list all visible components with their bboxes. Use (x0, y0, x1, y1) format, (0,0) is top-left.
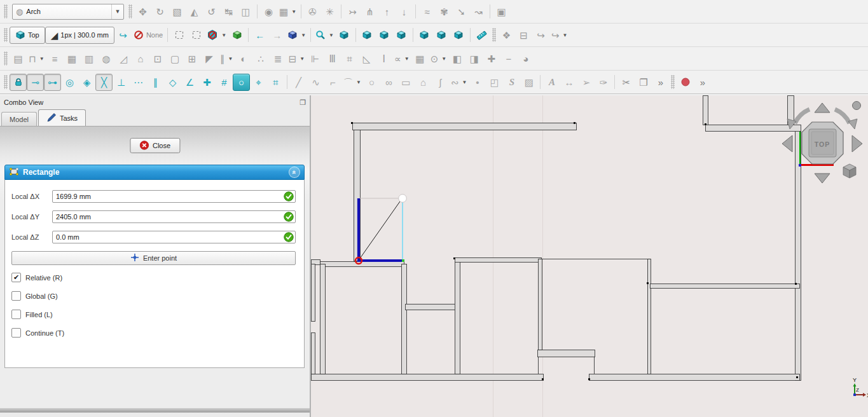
move-button[interactable]: ✥ (134, 3, 151, 20)
chevron-down-icon[interactable]: ▼ (228, 56, 233, 62)
select-visible-button[interactable] (228, 27, 245, 44)
draft-ellipse-button[interactable]: ∞ (380, 74, 397, 91)
snap-dimensions-button[interactable]: # (216, 74, 233, 91)
array-button[interactable]: ▦▼ (277, 3, 298, 20)
chevron-down-icon[interactable]: ▼ (39, 56, 45, 62)
chevron-down-icon[interactable]: ▼ (111, 4, 123, 19)
arch-section-sheet-button[interactable]: ⊡ (149, 50, 167, 67)
scale-button[interactable]: ▧ (169, 3, 186, 20)
toolbar-overflow-2-button[interactable]: » (694, 74, 711, 91)
checkbox-continue[interactable]: Continue (T) (11, 328, 296, 338)
split-button[interactable]: ⋔ (361, 3, 378, 20)
chevron-down-icon[interactable]: ▼ (329, 32, 334, 38)
toolbar-grip[interactable] (492, 28, 496, 42)
view-rear-button[interactable] (416, 27, 433, 44)
draft-fillet-button[interactable]: ⌐ (324, 74, 341, 91)
tab-tasks[interactable]: Tasks (38, 109, 86, 126)
arch-window-button[interactable]: ⊞ (184, 50, 201, 67)
local-dx-input[interactable] (52, 190, 296, 203)
arch-equipment-button[interactable]: ⊩ (307, 50, 324, 67)
chevron-down-icon[interactable]: ▼ (441, 56, 446, 62)
draft-shapestring-button[interactable]: S (503, 74, 520, 91)
snap-working-plane-button[interactable]: ○ (233, 74, 250, 91)
arch-stairs-button[interactable]: ≣ (270, 50, 287, 67)
toolbar-grip[interactable] (4, 75, 8, 89)
folder-button[interactable]: ⊟ (515, 27, 532, 44)
snap-midpoint-button[interactable]: ⊶ (44, 74, 61, 91)
stretch-button[interactable]: ◫ (237, 3, 254, 20)
autogroup-button[interactable]: ↪ (114, 27, 132, 44)
wire-to-bspline-button[interactable]: ≈ (418, 3, 436, 20)
cut-button[interactable]: ✂ (617, 74, 635, 91)
toolbar-grip[interactable] (4, 4, 8, 18)
collapse-chevron-icon[interactable]: « (289, 167, 300, 178)
draft-line-button[interactable]: ╱ (290, 74, 307, 91)
macro-record-button[interactable] (677, 74, 694, 91)
link-navigate-button[interactable]: ▼ (286, 27, 308, 44)
view-right-button[interactable] (393, 27, 410, 44)
draft-point-button[interactable]: • (469, 74, 486, 91)
snap-perpendicular-button[interactable]: ⊥ (113, 74, 130, 91)
arch-building-element-button[interactable]: ▥ (81, 50, 98, 67)
arch-dome-button[interactable]: ◍ (98, 50, 115, 67)
upgrade-button[interactable]: ↑ (378, 3, 396, 20)
mirror-button[interactable]: ◭ (186, 3, 203, 20)
global-checkbox[interactable] (11, 291, 21, 301)
chevron-down-icon[interactable]: ▼ (300, 56, 305, 62)
workbench-selector[interactable]: ◍Arch▼ (12, 4, 124, 20)
rotate-button[interactable]: ↻ (151, 3, 169, 20)
offset-button[interactable]: ↺ (203, 3, 220, 20)
arch-frame-button[interactable]: Ⅲ (324, 50, 341, 67)
continue-checkbox[interactable] (11, 328, 21, 338)
chevron-down-icon[interactable]: ▼ (291, 9, 296, 15)
view-left-button[interactable] (450, 27, 467, 44)
arch-fence-button[interactable]: ⌗ (341, 50, 358, 67)
box-selection-button[interactable] (170, 27, 188, 44)
snap-lock-button[interactable] (10, 74, 27, 91)
draft-bspline-button[interactable]: ʃ (432, 74, 449, 91)
draft-bezier-button[interactable]: ∾▼ (449, 74, 469, 91)
view-front-button[interactable] (359, 27, 376, 44)
draft-label-button[interactable]: ➢ (577, 74, 595, 91)
toolbar-overflow-button[interactable]: » (652, 74, 669, 91)
annotation-styles-button[interactable]: ✑ (595, 74, 612, 91)
local-dy-input[interactable] (52, 210, 296, 223)
arch-pipes-button[interactable]: ∥▼ (218, 50, 235, 67)
arch-shelter-button[interactable]: ◤ (201, 50, 218, 67)
working-plane-top-button[interactable]: Top (10, 27, 45, 44)
tab-model[interactable]: Model (1, 112, 37, 126)
copy-button[interactable]: ❐ (635, 74, 652, 91)
downgrade-button[interactable]: ↓ (396, 3, 413, 20)
arch-pipe-button[interactable]: ⊙▼ (429, 50, 449, 67)
snap-ortho-button[interactable]: ✚ (198, 74, 216, 91)
arch-curtain-wall-button[interactable]: ▦ (64, 50, 81, 67)
shape-2d-view-button[interactable]: ✾ (436, 3, 453, 20)
fit-all-button[interactable] (336, 27, 353, 44)
checkbox-filled[interactable]: Filled (L) (11, 310, 296, 319)
slope-button[interactable]: ➘ (453, 3, 470, 20)
task-section-header[interactable]: Rectangle « (4, 165, 305, 180)
share-view-button[interactable]: ↪ (532, 27, 549, 44)
draft-polygon-button[interactable]: ⌂ (415, 74, 432, 91)
arch-slab-button[interactable]: ◿ (115, 50, 132, 67)
toolbar-grip[interactable] (4, 28, 8, 42)
arch-survey-button[interactable]: ◕ (517, 50, 534, 67)
snap-extension-button[interactable]: ⋯ (130, 74, 147, 91)
toolbar-grip[interactable] (4, 51, 8, 65)
snap-parallel-button[interactable]: ∥ (147, 74, 164, 91)
draft-rectangle-button[interactable]: ▭ (397, 74, 415, 91)
arch-rebar-button[interactable]: ≡ (46, 50, 64, 67)
arch-structure-button[interactable]: ⊓▼ (27, 50, 46, 67)
apply-style-button[interactable]: ◉ (260, 3, 277, 20)
nav-forward-button[interactable]: → (268, 27, 286, 44)
zoom-button[interactable]: ▼ (313, 27, 336, 44)
draft-scale-indicator-button[interactable]: ⌖ (250, 74, 267, 91)
draft-facebinder-button[interactable]: ◰ (486, 74, 503, 91)
snap-endpoint-button[interactable]: ⊸ (27, 74, 44, 91)
relative-checkbox[interactable]: ✔ (11, 273, 21, 282)
arch-space-button[interactable]: ▢ (167, 50, 184, 67)
checkbox-global[interactable]: Global (G) (11, 291, 296, 301)
trimex-button[interactable]: ↹ (220, 3, 237, 20)
arch-schedule-button[interactable]: ▦ (411, 50, 429, 67)
viewport-canvas[interactable]: TOPYXZ (311, 95, 868, 417)
